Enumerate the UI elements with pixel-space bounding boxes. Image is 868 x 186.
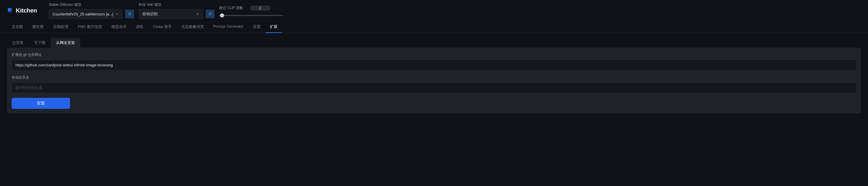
vae-model-value: 自动识别 xyxy=(143,11,158,16)
sd-model-value: CounterfeitV25_25.safetensors [a...] xyxy=(53,12,113,16)
clip-skip-group: 跳过 CLIP 层数 2 xyxy=(219,5,283,16)
sd-model-refresh-button[interactable] xyxy=(125,10,134,18)
local-dir-input[interactable] xyxy=(12,82,856,93)
clip-skip-slider[interactable] xyxy=(219,15,283,16)
subtab-available[interactable]: 可下载 xyxy=(29,38,51,48)
install-button[interactable]: 安装 xyxy=(12,98,70,109)
chevron-down-icon: ▼ xyxy=(196,12,199,16)
sd-model-dropdown[interactable]: CounterfeitV25_25.safetensors [a...] ▼ xyxy=(49,9,122,19)
tab-image-browser[interactable]: 无边图像浏览 xyxy=(177,21,209,33)
clip-skip-value: 2 xyxy=(250,5,271,11)
logo-group: Kitchen xyxy=(7,7,37,14)
extensions-panel: 已安装 可下载 从网址安装 扩展的 git 仓库网址 本地目录名 安装 xyxy=(0,33,868,118)
git-url-label: 扩展的 git 仓库网址 xyxy=(12,52,856,57)
tab-extensions[interactable]: 扩展 xyxy=(265,21,282,33)
extensions-sub-tabs: 已安装 可下载 从网址安装 xyxy=(7,38,861,48)
tab-settings[interactable]: 设置 xyxy=(248,21,265,33)
tab-txt2img[interactable]: 文生图 xyxy=(7,21,28,33)
local-dir-label: 本地目录名 xyxy=(12,75,856,80)
tab-civitai-helper[interactable]: Civitai 助手 xyxy=(148,21,177,33)
tab-train[interactable]: 训练 xyxy=(131,21,148,33)
vae-model-refresh-button[interactable] xyxy=(206,10,214,18)
sd-model-group: Stable Diffusion 模型 CounterfeitV25_25.sa… xyxy=(49,2,134,19)
app-name: Kitchen xyxy=(16,7,37,14)
vae-model-group: 外挂 VAE 模型 自动识别 ▼ xyxy=(138,2,214,19)
slider-thumb[interactable] xyxy=(220,13,224,17)
sd-model-label: Stable Diffusion 模型 xyxy=(49,2,134,7)
tab-postprocess[interactable]: 后期处理 xyxy=(49,21,73,33)
refresh-icon xyxy=(208,12,212,16)
tab-checkpoint-merge[interactable]: 模型合并 xyxy=(107,21,131,33)
subtab-installed[interactable]: 已安装 xyxy=(7,38,29,48)
tab-prompt-generator[interactable]: Prompt Generator xyxy=(209,21,248,33)
vae-model-dropdown[interactable]: 自动识别 ▼ xyxy=(138,9,203,19)
install-form: 扩展的 git 仓库网址 本地目录名 安装 xyxy=(7,48,861,114)
app-logo-icon xyxy=(7,7,13,14)
clip-skip-label: 跳过 CLIP 层数 xyxy=(219,5,243,10)
refresh-icon xyxy=(127,12,132,16)
vae-model-label: 外挂 VAE 模型 xyxy=(138,2,214,7)
tab-img2img[interactable]: 图生图 xyxy=(28,21,49,33)
chevron-down-icon: ▼ xyxy=(116,12,119,16)
tab-png-info[interactable]: PNG 图片信息 xyxy=(73,21,107,33)
git-url-input[interactable] xyxy=(12,60,856,70)
subtab-install-from-url[interactable]: 从网址安装 xyxy=(51,38,80,48)
header-bar: Kitchen Stable Diffusion 模型 CounterfeitV… xyxy=(0,0,868,21)
main-tabs: 文生图 图生图 后期处理 PNG 图片信息 模型合并 训练 Civitai 助手… xyxy=(0,21,868,33)
